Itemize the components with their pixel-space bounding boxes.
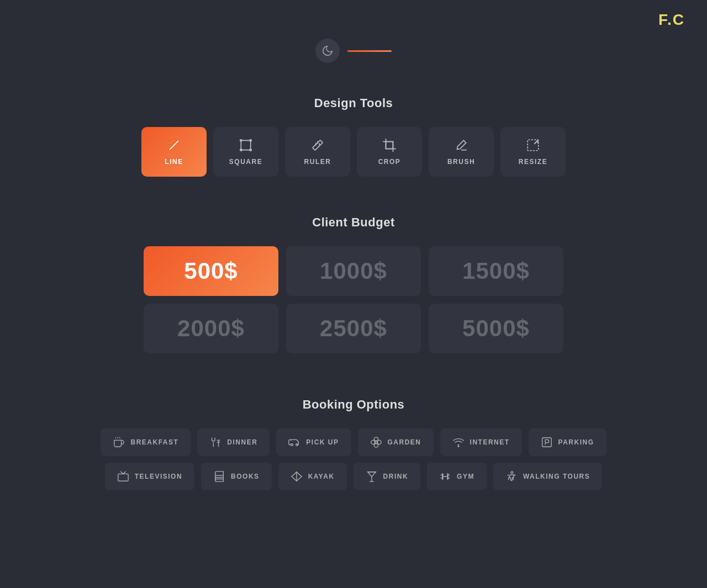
gym-icon bbox=[439, 470, 451, 483]
booking-options-section: Booking Options BREAKFAST DINNER bbox=[0, 370, 707, 507]
budget-1500[interactable]: 1500$ bbox=[429, 246, 563, 296]
svg-rect-1 bbox=[241, 140, 250, 150]
tools-grid: LINE SQUARE RULER bbox=[66, 127, 641, 177]
utensils-icon bbox=[209, 436, 221, 448]
design-tools-title: Design Tools bbox=[66, 96, 641, 110]
design-tools-section: Design Tools LINE SQUARE bbox=[0, 80, 707, 193]
top-bar bbox=[0, 0, 707, 80]
booking-pickup[interactable]: PICK UP bbox=[276, 428, 351, 456]
booking-drink[interactable]: DRINK bbox=[354, 463, 421, 490]
booking-walkingtours[interactable]: WALKING TOURS bbox=[493, 463, 602, 490]
booking-gym[interactable]: GYM bbox=[427, 463, 487, 490]
booking-dinner[interactable]: DINNER bbox=[197, 428, 270, 456]
svg-rect-26 bbox=[118, 474, 128, 481]
booking-garden[interactable]: GARDEN bbox=[358, 428, 434, 456]
svg-line-0 bbox=[170, 141, 178, 149]
drink-icon bbox=[366, 470, 378, 483]
booking-options-title: Booking Options bbox=[66, 398, 641, 412]
brush-icon bbox=[454, 138, 468, 152]
moon-icon bbox=[315, 39, 340, 63]
tool-ruler[interactable]: RULER bbox=[285, 127, 350, 177]
svg-point-24 bbox=[458, 446, 459, 447]
booking-kayak[interactable]: KAYAK bbox=[278, 463, 347, 490]
logo: F.C bbox=[658, 11, 685, 29]
booking-television[interactable]: TELEVISION bbox=[105, 463, 194, 490]
walking-icon bbox=[505, 470, 518, 483]
line-icon bbox=[167, 138, 181, 152]
tv-icon bbox=[117, 470, 129, 483]
square-icon bbox=[239, 138, 253, 152]
tool-square[interactable]: SQUARE bbox=[213, 127, 278, 177]
svg-rect-10 bbox=[386, 142, 393, 149]
ruler-icon bbox=[310, 138, 325, 152]
budget-500[interactable]: 500$ bbox=[144, 246, 278, 296]
budget-2500[interactable]: 2500$ bbox=[286, 304, 421, 353]
client-budget-section: Client Budget 500$ 1000$ 1500$ 2000$ 250… bbox=[0, 193, 707, 370]
svg-line-12 bbox=[534, 140, 538, 144]
car-icon bbox=[288, 436, 300, 448]
tool-brush[interactable]: BRUSH bbox=[429, 127, 494, 177]
coffee-icon bbox=[113, 436, 125, 448]
resize-icon bbox=[526, 138, 540, 152]
svg-point-3 bbox=[250, 140, 251, 141]
svg-point-5 bbox=[250, 149, 251, 151]
tool-crop[interactable]: CROP bbox=[357, 127, 422, 177]
wifi-icon bbox=[452, 436, 465, 448]
svg-line-32 bbox=[508, 475, 509, 475]
client-budget-title: Client Budget bbox=[66, 215, 641, 230]
budget-1000[interactable]: 1000$ bbox=[286, 246, 421, 296]
svg-point-31 bbox=[511, 472, 513, 474]
booking-books[interactable]: BOOKS bbox=[201, 463, 272, 490]
budget-grid: 500$ 1000$ 1500$ 2000$ 2500$ 5000$ bbox=[144, 246, 563, 353]
booking-internet[interactable]: INTERNET bbox=[440, 428, 522, 456]
svg-point-20 bbox=[291, 444, 293, 446]
parking-icon bbox=[541, 436, 553, 448]
svg-point-2 bbox=[240, 140, 242, 141]
svg-rect-25 bbox=[542, 438, 551, 447]
svg-point-4 bbox=[240, 149, 242, 151]
budget-5000[interactable]: 5000$ bbox=[429, 304, 563, 353]
booking-parking[interactable]: PARKING bbox=[529, 428, 606, 456]
crop-icon bbox=[382, 138, 397, 152]
tool-resize[interactable]: RESIZE bbox=[500, 127, 566, 177]
tool-line[interactable]: LINE bbox=[141, 127, 207, 177]
books-icon bbox=[213, 470, 225, 483]
booking-grid: BREAKFAST DINNER PICK UP bbox=[66, 428, 641, 490]
flower-icon bbox=[370, 436, 382, 448]
kayak-icon bbox=[291, 470, 303, 483]
svg-line-33 bbox=[514, 475, 516, 475]
divider-line bbox=[347, 50, 392, 52]
booking-breakfast[interactable]: BREAKFAST bbox=[101, 428, 191, 456]
budget-2000[interactable]: 2000$ bbox=[144, 304, 278, 353]
